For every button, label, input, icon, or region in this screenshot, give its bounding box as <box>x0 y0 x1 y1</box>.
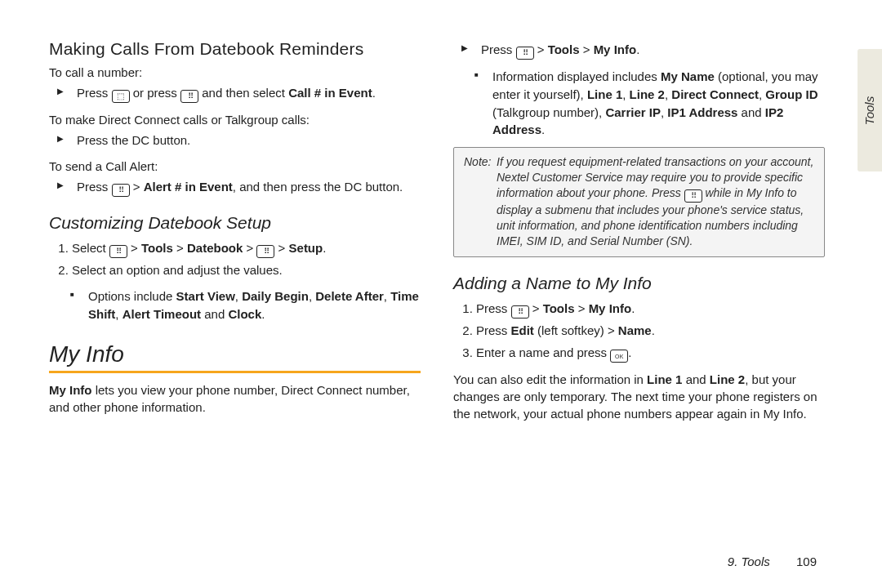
text: Press <box>476 323 511 337</box>
myinfo-intro: My Info lets you view your phone number,… <box>49 381 421 416</box>
text: Select <box>72 241 109 255</box>
cust-options: Options include Start View, Daily Begin,… <box>49 287 421 323</box>
text: lets you view your phone number, Direct … <box>49 383 410 414</box>
text: . <box>652 323 655 337</box>
bold: IP1 Address <box>667 105 737 119</box>
side-tab-tools: Tools <box>858 49 882 172</box>
bold: Alert Timeout <box>122 307 201 321</box>
step-alert: Press > Alert # in Event, and then press… <box>72 178 421 197</box>
menu-key-icon <box>109 245 127 258</box>
bold: Daily Begin <box>242 289 309 303</box>
step-call-number: Press or press and then select Call # in… <box>72 84 421 103</box>
step-open-myinfo: Press > Tools > My Info. <box>476 41 825 60</box>
step-cust-1: Select > Tools > Datebook > > Setup. <box>72 239 421 258</box>
bold: Tools <box>543 301 575 315</box>
bold: My Info <box>594 42 637 56</box>
note-body: If you request equipment-related transac… <box>497 154 814 248</box>
text: and <box>737 105 764 119</box>
steps-alert: Press > Alert # in Event, and then press… <box>49 178 421 197</box>
lead-to-call: To call a number: <box>49 64 421 81</box>
bold: Carrier IP <box>605 105 661 119</box>
bold: Clock <box>228 307 261 321</box>
text: , <box>309 289 315 303</box>
text: or press <box>130 86 181 100</box>
text: Press <box>77 180 112 194</box>
note-box: Note: If you request equipment-related t… <box>453 147 825 257</box>
step-add-2: Press Edit (left softkey) > Name. <box>476 322 825 341</box>
send-key-icon <box>112 90 130 103</box>
note-label: Note: <box>464 154 497 170</box>
bold: Group ID <box>765 87 817 101</box>
side-tab-label: Tools <box>863 96 877 124</box>
text: . <box>628 345 631 359</box>
bold: Direct Connect <box>671 87 759 101</box>
text: You can also edit the information in <box>453 372 647 386</box>
bold: Datebook <box>187 241 243 255</box>
sep: > <box>575 301 589 315</box>
cust-options-item: Options include Start View, Daily Begin,… <box>83 287 421 323</box>
step-cust-2: Select an option and adjust the values. <box>72 261 421 280</box>
heading-rule <box>49 371 421 373</box>
sep: > <box>534 42 548 56</box>
heading-my-info: My Info <box>49 341 421 368</box>
text: . <box>541 122 545 136</box>
bold: Start View <box>176 289 235 303</box>
sep: > <box>243 241 256 255</box>
step-press-dc: Press the DC button. <box>72 131 421 149</box>
bold: My Info <box>589 301 632 315</box>
text: . <box>323 241 326 255</box>
sep: > <box>130 180 144 194</box>
steps-customize: Select > Tools > Datebook > > Setup. Sel… <box>49 239 421 280</box>
text: Options include <box>88 289 176 303</box>
bold: My Name <box>661 69 715 83</box>
sep: > <box>529 301 543 315</box>
heading-adding-name: Adding a Name to My Info <box>453 274 825 293</box>
myinfo-displayed: Information displayed includes My Name (… <box>453 68 825 139</box>
text: , <box>115 307 122 321</box>
page-footer: 9. Tools 109 <box>728 555 817 568</box>
text: Press <box>481 42 516 56</box>
sep: > <box>274 241 288 255</box>
myinfo-displayed-item: Information displayed includes My Name (… <box>488 68 825 139</box>
menu-key-icon <box>511 305 529 318</box>
menu-key-icon <box>112 184 130 197</box>
right-column: Press > Tools > My Info. Information dis… <box>453 33 825 427</box>
text: , <box>622 87 629 101</box>
text: Enter a name and press <box>476 345 610 359</box>
footer-page-number: 109 <box>796 555 817 568</box>
bold: Edit <box>511 323 534 337</box>
ok-key-icon: OK <box>610 350 628 363</box>
text: Press <box>476 301 511 315</box>
bold: Setup <box>289 241 323 255</box>
step-add-3: Enter a name and press OK. <box>476 344 825 363</box>
heading-making-calls: Making Calls From Datebook Reminders <box>49 39 421 59</box>
steps-add-name: Press > Tools > My Info. Press Edit (lef… <box>453 300 825 363</box>
text: and then select <box>198 86 288 100</box>
bold: Tools <box>548 42 580 56</box>
bold: Line 1 <box>647 372 682 386</box>
steps-dc: Press the DC button. <box>49 131 421 149</box>
menu-key-icon <box>256 245 274 258</box>
text: (Talkgroup number), <box>492 105 605 119</box>
bold: Line 2 <box>710 372 745 386</box>
text: Information displayed includes <box>492 69 661 83</box>
sep: > <box>173 241 187 255</box>
text: . <box>261 307 265 321</box>
text: and <box>682 372 709 386</box>
text: Press <box>77 86 112 100</box>
bold: Tools <box>141 241 173 255</box>
steps-call: Press or press and then select Call # in… <box>49 84 421 103</box>
footer-chapter: 9. Tools <box>728 555 770 568</box>
step-add-1: Press > Tools > My Info. <box>476 300 825 318</box>
bold: Delete After <box>315 289 384 303</box>
left-column: Making Calls From Datebook Reminders To … <box>49 33 421 427</box>
text: . <box>636 42 639 56</box>
bold-alert-path: Alert # in Event <box>144 180 233 194</box>
sep: > <box>580 42 594 56</box>
bold: Name <box>618 323 652 337</box>
lead-to-dc: To make Direct Connect calls or Talkgrou… <box>49 111 421 128</box>
text: (left softkey) > <box>534 323 618 337</box>
bold: My Info <box>49 383 92 397</box>
text: . <box>631 301 635 315</box>
bold-call-in-event: Call # in Event <box>288 86 372 100</box>
